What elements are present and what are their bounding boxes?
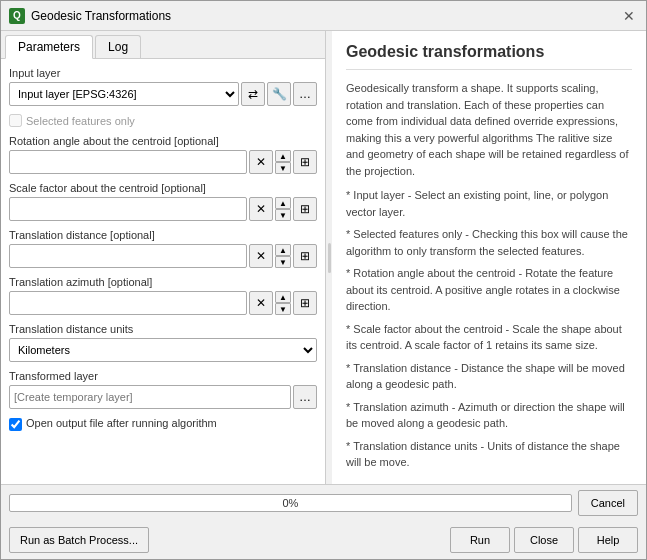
rotation-spin-up[interactable]: ▲ <box>275 150 291 162</box>
cancel-button[interactable]: Cancel <box>578 490 638 516</box>
help-item-4: * Translation distance - Distance the sh… <box>346 360 632 393</box>
content-area: Parameters Log Input layer Input layer [… <box>1 31 646 484</box>
scale-spin-up[interactable]: ▲ <box>275 197 291 209</box>
run-button[interactable]: Run <box>450 527 510 553</box>
transformed-layer-group: Transformed layer … <box>9 370 317 409</box>
transformed-layer-input[interactable] <box>9 385 291 409</box>
translation-dist-input[interactable]: 100.000000 <box>9 244 247 268</box>
translation-dist-group: Translation distance [optional] 100.0000… <box>9 229 317 268</box>
translation-az-label: Translation azimuth [optional] <box>9 276 317 288</box>
rotation-spin-down[interactable]: ▼ <box>275 162 291 174</box>
help-button[interactable]: Help <box>578 527 638 553</box>
rotation-expr-icon[interactable]: ⊞ <box>293 150 317 174</box>
translation-az-expr-icon[interactable]: ⊞ <box>293 291 317 315</box>
help-item-0: * Input layer - Select an existing point… <box>346 187 632 220</box>
rotation-label: Rotation angle about the centroid [optio… <box>9 135 317 147</box>
parameters-panel: Input layer Input layer [EPSG:4326] ⇄ 🔧 … <box>1 59 325 484</box>
open-output-row: Open output file after running algorithm <box>9 417 317 432</box>
input-layer-label: Input layer <box>9 67 317 79</box>
help-item-1: * Selected features only - Checking this… <box>346 226 632 259</box>
rotation-spinner: ▲ ▼ <box>275 150 291 174</box>
tab-parameters[interactable]: Parameters <box>5 35 93 59</box>
translation-az-spin-up[interactable]: ▲ <box>275 291 291 303</box>
input-layer-group: Input layer Input layer [EPSG:4326] ⇄ 🔧 … <box>9 67 317 106</box>
button-row: Run as Batch Process... Run Close Help <box>1 521 646 559</box>
dist-units-select[interactable]: Kilometers Meters Miles Feet <box>9 338 317 362</box>
help-item-6: * Translation distance units - Units of … <box>346 438 632 471</box>
dist-units-label: Translation distance units <box>9 323 317 335</box>
help-title: Geodesic transformations <box>346 43 632 70</box>
open-output-checkbox[interactable] <box>9 418 22 431</box>
translation-dist-spin-down[interactable]: ▼ <box>275 256 291 268</box>
translation-az-group: Translation azimuth [optional] 45.000000… <box>9 276 317 315</box>
scale-spin-down[interactable]: ▼ <box>275 209 291 221</box>
help-item-5: * Translation azimuth - Azimuth or direc… <box>346 399 632 432</box>
left-panel: Parameters Log Input layer Input layer [… <box>1 31 326 484</box>
dist-units-group: Translation distance units Kilometers Me… <box>9 323 317 362</box>
translation-dist-clear-icon[interactable]: ✕ <box>249 244 273 268</box>
title-bar-left: Q Geodesic Transformations <box>9 8 171 24</box>
scale-spinner: ▲ ▼ <box>275 197 291 221</box>
translation-dist-spinner: ▲ ▼ <box>275 244 291 268</box>
main-window: Q Geodesic Transformations ✕ Parameters … <box>0 0 647 560</box>
transformed-layer-browse-icon[interactable]: … <box>293 385 317 409</box>
transformed-layer-label: Transformed layer <box>9 370 317 382</box>
scale-clear-icon[interactable]: ✕ <box>249 197 273 221</box>
input-layer-select[interactable]: Input layer [EPSG:4326] <box>9 82 239 106</box>
translation-dist-expr-icon[interactable]: ⊞ <box>293 244 317 268</box>
dist-units-row: Kilometers Meters Miles Feet <box>9 338 317 362</box>
translation-dist-spin-up[interactable]: ▲ <box>275 244 291 256</box>
scale-input[interactable]: 1.000000 <box>9 197 247 221</box>
help-panel: Geodesic transformations Geodesically tr… <box>332 31 646 484</box>
input-layer-more-icon[interactable]: … <box>293 82 317 106</box>
divider-handle <box>328 243 331 273</box>
input-layer-settings-icon[interactable]: 🔧 <box>267 82 291 106</box>
close-window-button[interactable]: ✕ <box>620 7 638 25</box>
selected-features-checkbox[interactable] <box>9 114 22 127</box>
selected-features-label: Selected features only <box>26 115 135 127</box>
rotation-group: Rotation angle about the centroid [optio… <box>9 135 317 174</box>
translation-az-row: 45.000000 ✕ ▲ ▼ ⊞ <box>9 291 317 315</box>
tab-log[interactable]: Log <box>95 35 141 58</box>
help-item-3: * Scale factor about the centroid - Scal… <box>346 321 632 354</box>
progress-bar: 0% <box>9 494 572 512</box>
input-layer-sync-icon[interactable]: ⇄ <box>241 82 265 106</box>
close-button[interactable]: Close <box>514 527 574 553</box>
selected-features-row: Selected features only <box>9 114 317 127</box>
action-buttons: Run Close Help <box>450 527 638 553</box>
translation-az-input[interactable]: 45.000000 <box>9 291 247 315</box>
input-layer-row: Input layer [EPSG:4326] ⇄ 🔧 … <box>9 82 317 106</box>
tab-bar: Parameters Log <box>1 31 325 59</box>
translation-az-clear-icon[interactable]: ✕ <box>249 291 273 315</box>
progress-label: 0% <box>10 495 571 511</box>
bottom-bar: 0% Cancel Run as Batch Process... Run Cl… <box>1 484 646 559</box>
rotation-input[interactable]: 0.000000 <box>9 150 247 174</box>
scale-group: Scale factor about the centroid [optiona… <box>9 182 317 221</box>
app-icon: Q <box>9 8 25 24</box>
translation-az-spinner: ▲ ▼ <box>275 291 291 315</box>
scale-expr-icon[interactable]: ⊞ <box>293 197 317 221</box>
rotation-row: 0.000000 ✕ ▲ ▼ ⊞ <box>9 150 317 174</box>
translation-dist-row: 100.000000 ✕ ▲ ▼ ⊞ <box>9 244 317 268</box>
translation-az-spin-down[interactable]: ▼ <box>275 303 291 315</box>
translation-dist-label: Translation distance [optional] <box>9 229 317 241</box>
rotation-clear-icon[interactable]: ✕ <box>249 150 273 174</box>
scale-label: Scale factor about the centroid [optiona… <box>9 182 317 194</box>
help-intro: Geodesically transform a shape. It suppo… <box>346 80 632 179</box>
title-bar: Q Geodesic Transformations ✕ <box>1 1 646 31</box>
window-title: Geodesic Transformations <box>31 9 171 23</box>
transformed-layer-row: … <box>9 385 317 409</box>
scale-row: 1.000000 ✕ ▲ ▼ ⊞ <box>9 197 317 221</box>
help-item-2: * Rotation angle about the centroid - Ro… <box>346 265 632 315</box>
open-output-label: Open output file after running algorithm <box>26 417 217 429</box>
batch-process-button[interactable]: Run as Batch Process... <box>9 527 149 553</box>
